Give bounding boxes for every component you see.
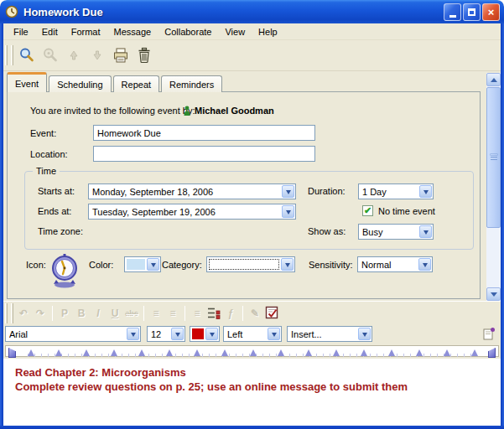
toolbar-grip[interactable] xyxy=(5,303,8,323)
sensitivity-value: Normal xyxy=(361,260,417,270)
ends-at-select[interactable]: Tuesday, September 19, 2006 xyxy=(88,204,296,220)
no-time-event-checkbox[interactable]: ✔ xyxy=(362,205,373,216)
clock-icon xyxy=(5,5,18,18)
insert-field-icon[interactable]: ƒ xyxy=(222,305,239,322)
menu-collaborate[interactable]: Collaborate xyxy=(158,25,218,39)
duration-select[interactable]: 1 Day xyxy=(358,183,434,199)
find-next-button[interactable] xyxy=(39,44,61,66)
sensitivity-select[interactable]: Normal xyxy=(357,256,433,272)
tab-scheduling[interactable]: Scheduling xyxy=(49,75,111,92)
show-as-select[interactable]: Busy xyxy=(358,224,434,240)
separator xyxy=(52,306,53,321)
undo-icon[interactable]: ↶ xyxy=(15,305,32,322)
menu-file[interactable]: File xyxy=(7,25,35,39)
numbered-list-icon[interactable] xyxy=(205,305,222,322)
magnifier-disabled-icon xyxy=(42,47,59,64)
delete-button[interactable] xyxy=(133,44,155,66)
location-input[interactable] xyxy=(93,146,315,162)
left-margin-marker[interactable] xyxy=(8,348,16,358)
insert-select[interactable]: Insert... xyxy=(287,326,372,342)
right-margin-marker[interactable] xyxy=(488,348,496,358)
font-size-select[interactable]: 12 xyxy=(147,326,185,342)
scrollbar-thumb[interactable] xyxy=(486,87,501,228)
menu-view[interactable]: View xyxy=(218,25,252,39)
bullet-list-icon[interactable]: ≡ xyxy=(189,305,205,322)
menu-format[interactable]: Format xyxy=(65,25,107,39)
checkmark-icon: ✔ xyxy=(364,206,372,215)
starts-at-select[interactable]: Monday, September 18, 2006 xyxy=(88,183,296,199)
strikethrough-icon[interactable]: abc xyxy=(123,305,140,322)
tab-repeat[interactable]: Repeat xyxy=(113,75,159,92)
starts-at-value: Monday, September 18, 2006 xyxy=(92,187,280,197)
scroll-down-button[interactable] xyxy=(486,287,501,301)
toolbar-grip[interactable] xyxy=(11,303,13,323)
spell-check-icon[interactable] xyxy=(263,305,280,322)
move-down-button[interactable] xyxy=(86,44,108,66)
chevron-down-icon[interactable] xyxy=(268,328,280,340)
title-bar[interactable]: Homework Due × xyxy=(0,0,504,23)
menu-message[interactable]: Message xyxy=(107,25,158,39)
event-input[interactable] xyxy=(93,125,315,141)
chevron-down-icon[interactable] xyxy=(171,328,184,340)
chevron-down-icon[interactable] xyxy=(282,185,294,198)
chevron-down-icon[interactable] xyxy=(282,205,294,218)
font-color-select[interactable] xyxy=(190,326,220,342)
toolbar-grip[interactable] xyxy=(11,45,13,65)
toolbar-grip[interactable] xyxy=(5,45,8,65)
tab-event[interactable]: Event xyxy=(7,72,47,92)
font-toolbar: Arial 12 Left Insert... xyxy=(3,324,501,344)
alarm-clock-icon[interactable] xyxy=(49,253,80,292)
tab-stop-markers xyxy=(28,349,478,357)
paragraph-icon[interactable]: P xyxy=(56,305,73,322)
show-as-label: Show as: xyxy=(308,226,346,236)
vertical-scrollbar[interactable] xyxy=(486,73,501,301)
insert-object-icon[interactable] xyxy=(482,327,496,344)
window-title: Homework Due xyxy=(23,6,103,18)
redo-icon[interactable]: ↷ xyxy=(32,305,49,322)
window-border-left xyxy=(0,20,3,429)
font-family-value: Arial xyxy=(9,329,125,339)
indent-icon[interactable]: ≡ xyxy=(164,305,181,322)
tab-event-label: Event xyxy=(15,79,39,89)
category-select[interactable] xyxy=(206,256,295,272)
chevron-down-icon[interactable] xyxy=(418,258,431,271)
duration-value: 1 Day xyxy=(362,187,418,197)
alignment-select[interactable]: Left xyxy=(223,326,282,342)
chevron-down-icon[interactable] xyxy=(147,258,159,271)
menu-help[interactable]: Help xyxy=(252,25,284,39)
icon-label: Icon: xyxy=(26,260,46,270)
chevron-down-icon[interactable] xyxy=(281,258,294,271)
italic-icon[interactable]: I xyxy=(90,305,107,322)
tab-reminders[interactable]: Reminders xyxy=(161,75,222,92)
category-label: Category: xyxy=(162,260,202,270)
signature-icon[interactable]: ✎ xyxy=(247,305,263,322)
scroll-up-button[interactable] xyxy=(486,73,501,86)
maximize-button[interactable] xyxy=(463,3,481,21)
chevron-down-icon[interactable] xyxy=(358,328,371,340)
chevron-down-icon[interactable] xyxy=(419,225,432,238)
move-up-button[interactable] xyxy=(63,44,85,66)
color-select[interactable] xyxy=(124,256,161,272)
chevron-down-icon[interactable] xyxy=(127,328,139,340)
minimize-icon xyxy=(449,15,456,18)
underline-icon[interactable]: U xyxy=(107,305,123,322)
chevron-down-icon[interactable] xyxy=(205,328,218,340)
menu-edit[interactable]: Edit xyxy=(35,25,65,39)
minimize-button[interactable] xyxy=(444,3,461,21)
chevron-down-icon[interactable] xyxy=(419,185,432,198)
ruler[interactable] xyxy=(3,344,501,359)
outdent-icon[interactable]: ≡ xyxy=(148,305,164,322)
font-family-select[interactable]: Arial xyxy=(5,326,141,342)
bold-icon[interactable]: B xyxy=(73,305,90,322)
message-body-editor[interactable]: Read Chapter 2: Microorganisms Complete … xyxy=(3,359,501,426)
window-border-bottom xyxy=(0,426,504,429)
close-button[interactable]: × xyxy=(482,3,500,21)
insert-value: Insert... xyxy=(291,329,356,339)
print-button[interactable] xyxy=(110,44,132,66)
editor-line: Complete review questions on p. 25; use … xyxy=(15,380,501,394)
event-label: Event: xyxy=(30,128,56,138)
arrow-up-icon xyxy=(67,49,81,62)
find-button[interactable] xyxy=(16,44,38,66)
ends-at-label: Ends at: xyxy=(38,206,71,216)
no-time-event-label: No time event xyxy=(378,206,435,216)
